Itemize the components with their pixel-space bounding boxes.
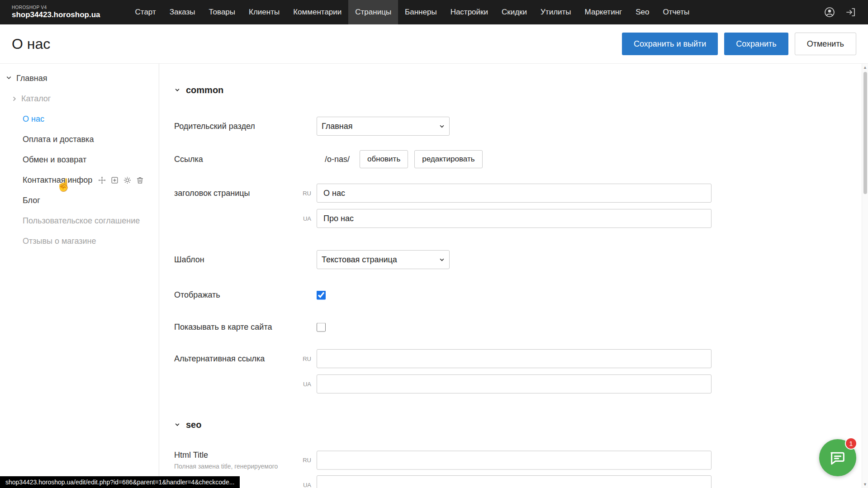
- page-title-label: заголовок страницы: [174, 189, 295, 198]
- display-label: Отображать: [174, 290, 317, 300]
- tree-item-blog[interactable]: Блог: [0, 190, 159, 211]
- tree-item-label: Пользовательское соглашение: [23, 216, 140, 226]
- link-url-statusbar: shop34423.horoshop.ua/edit/edit.php?id=6…: [0, 476, 240, 488]
- html-title-ru-input[interactable]: [317, 450, 711, 469]
- menu-start[interactable]: Старт: [128, 0, 163, 24]
- move-icon[interactable]: [98, 176, 106, 185]
- chat-bubble-icon: [829, 449, 847, 467]
- alt-link-ua-input[interactable]: [317, 374, 711, 393]
- tree-item-home[interactable]: Главная: [0, 68, 159, 89]
- tree-item-about[interactable]: О нас: [0, 109, 159, 129]
- tree-item-actions: [98, 176, 144, 185]
- save-button[interactable]: Сохранить: [724, 33, 788, 55]
- template-select[interactable]: Текстовая страница: [317, 250, 450, 269]
- menu-pages[interactable]: Страницы: [348, 0, 398, 24]
- chevron-right-icon: [11, 95, 18, 102]
- chevron-down-icon: [174, 420, 180, 430]
- html-title-label: Html Title: [174, 450, 295, 460]
- html-title-ru-row: Html Title Полная замена title, генериру…: [174, 450, 841, 470]
- brand[interactable]: HOROSHOP V4 shop34423.horoshop.ua: [0, 5, 112, 19]
- body: Главная Каталог О нас Оплата и доставка …: [0, 63, 868, 488]
- tree-item-label: О нас: [23, 114, 44, 124]
- alt-link-ru-row: Альтернативная ссылка RU: [174, 349, 841, 368]
- section-common[interactable]: common: [174, 85, 223, 95]
- add-page-icon[interactable]: [110, 176, 119, 185]
- page-title-ua-input[interactable]: [317, 209, 711, 228]
- tree-item-exchange-return[interactable]: Обмен и возврат: [0, 150, 159, 170]
- page-edit-form: common Родительский раздел Главная Ссылк…: [159, 64, 868, 488]
- html-title-ua-row: UA: [174, 475, 841, 488]
- lang-ru-tag: RU: [295, 355, 311, 362]
- menu-comments[interactable]: Комментарии: [286, 0, 348, 24]
- html-title-hint: Полная замена title, генерируемого: [174, 463, 295, 470]
- parent-section-row: Родительский раздел Главная: [174, 117, 841, 136]
- lang-ua-tag: UA: [295, 482, 311, 488]
- page-title-ru-input[interactable]: [317, 184, 711, 203]
- link-update-button[interactable]: обновить: [360, 150, 408, 168]
- header-buttons: Сохранить и выйти Сохранить Отменить: [622, 33, 856, 55]
- scrollbar-thumb[interactable]: [863, 72, 867, 194]
- section-title: common: [186, 85, 223, 95]
- page-title-ru-row: заголовок страницы RU: [174, 184, 841, 203]
- menu-products[interactable]: Товары: [202, 0, 242, 24]
- chat-unread-badge: 1: [845, 437, 857, 450]
- tree-item-contact-info[interactable]: Контактная инфор: [0, 170, 159, 190]
- tree-item-catalog[interactable]: Каталог: [0, 89, 159, 109]
- save-and-exit-button[interactable]: Сохранить и выйти: [622, 33, 718, 55]
- alt-link-ua-row: UA: [174, 374, 841, 393]
- lang-ru-tag: RU: [295, 457, 311, 464]
- scroll-up-arrow[interactable]: ▲: [863, 64, 867, 71]
- sitemap-label: Показывать в карте сайта: [174, 322, 317, 332]
- page-header: О нас Сохранить и выйти Сохранить Отмени…: [0, 24, 868, 63]
- account-icon[interactable]: [824, 6, 835, 18]
- settings-icon[interactable]: [123, 176, 132, 185]
- sitemap-checkbox[interactable]: [317, 322, 326, 332]
- alt-link-ru-input[interactable]: [317, 349, 711, 368]
- scroll-down-arrow[interactable]: ▼: [863, 481, 867, 488]
- link-edit-button[interactable]: редактировать: [414, 150, 482, 168]
- cancel-button[interactable]: Отменить: [795, 33, 856, 55]
- tree-item-store-reviews[interactable]: Отзывы о магазине: [0, 231, 159, 251]
- tree-item-label: Обмен и возврат: [23, 155, 86, 165]
- lang-ua-tag: UA: [295, 215, 311, 222]
- menu-reports[interactable]: Отчеты: [656, 0, 696, 24]
- section-title: seo: [186, 420, 201, 430]
- menu-utilities[interactable]: Утилиты: [534, 0, 578, 24]
- tree-item-label: Отзывы о магазине: [23, 237, 96, 246]
- page-title-ua-row: UA: [174, 209, 841, 228]
- delete-icon[interactable]: [136, 176, 144, 185]
- vertical-scrollbar[interactable]: ▲ ▼: [862, 64, 868, 488]
- tree-item-label: Оплата и доставка: [23, 135, 94, 144]
- display-checkbox[interactable]: [317, 290, 326, 299]
- tree-item-payment-delivery[interactable]: Оплата и доставка: [0, 129, 159, 150]
- menu-clients[interactable]: Клиенты: [242, 0, 286, 24]
- parent-section-select[interactable]: Главная: [317, 117, 450, 136]
- tree-item-label: Каталог: [21, 94, 51, 104]
- pages-tree-sidebar: Главная Каталог О нас Оплата и доставка …: [0, 64, 159, 488]
- brand-domain-label: shop34423.horoshop.ua: [12, 10, 100, 19]
- lang-ru-tag: RU: [295, 190, 311, 197]
- mouse-cursor-icon: ☝: [56, 178, 71, 192]
- tree-item-label: Главная: [16, 74, 47, 83]
- html-title-ua-input[interactable]: [317, 475, 711, 488]
- menu-banners[interactable]: Баннеры: [398, 0, 444, 24]
- section-seo[interactable]: seo: [174, 420, 201, 430]
- lang-ua-tag: UA: [295, 381, 311, 388]
- top-navbar: HOROSHOP V4 shop34423.horoshop.ua Старт …: [0, 0, 868, 24]
- menu-seo[interactable]: Seo: [629, 0, 656, 24]
- chat-launcher-button[interactable]: 1: [819, 439, 856, 476]
- menu-settings[interactable]: Настройки: [444, 0, 495, 24]
- logout-icon[interactable]: [845, 7, 856, 18]
- topbar-right: [824, 6, 868, 18]
- parent-section-label: Родительский раздел: [174, 122, 317, 131]
- link-label: Ссылка: [174, 155, 317, 164]
- menu-marketing[interactable]: Маркетинг: [578, 0, 629, 24]
- menu-orders[interactable]: Заказы: [163, 0, 202, 24]
- menu-discounts[interactable]: Скидки: [495, 0, 534, 24]
- tree-item-user-agreement[interactable]: Пользовательское соглашение: [0, 211, 159, 231]
- template-row: Шаблон Текстовая страница: [174, 250, 841, 269]
- template-label: Шаблон: [174, 255, 317, 265]
- sitemap-row: Показывать в карте сайта: [174, 322, 841, 332]
- page-title: О нас: [12, 36, 50, 52]
- tree-item-label: Блог: [23, 196, 40, 205]
